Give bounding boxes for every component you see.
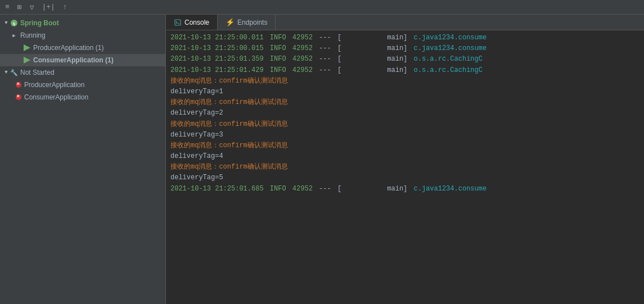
springboot-arrow: ▼: [2, 19, 10, 27]
not-started-label: Not Started: [20, 69, 55, 76]
sidebar-item-producer-not-started[interactable]: ProducerApplication: [0, 79, 165, 91]
log-line: deliveryTag=2: [170, 108, 640, 119]
running-icon-consumer: [24, 57, 30, 63]
log-bracket: [: [337, 43, 341, 54]
toolbar-icon-filter[interactable]: ▽: [28, 2, 36, 13]
console-tab-label: Console: [184, 19, 209, 26]
springboot-icon: S: [10, 19, 18, 27]
running-arrow: ▶: [10, 31, 18, 39]
running-icon-producer: [24, 44, 30, 51]
log-line: 2021-10-13 21:25:01.359 INFO 42952 --- […: [170, 54, 640, 65]
log-thread: main]: [343, 43, 407, 54]
log-msg-plain: deliveryTag=1: [170, 87, 223, 97]
log-msg-orange: 接收的mq消息：confirm确认测试消息: [170, 97, 288, 108]
log-pid: 42952: [292, 54, 313, 65]
log-class: o.s.a.rc.CachingC: [409, 65, 483, 76]
svg-text:S: S: [13, 21, 16, 26]
sidebar-item-consumer-not-started[interactable]: ConsumerApplication: [0, 91, 165, 103]
log-class: c.java1234.consume: [409, 33, 487, 43]
wrench-icon: 🔧: [10, 69, 18, 76]
log-class: o.s.a.rc.CachingC: [409, 54, 483, 65]
toolbar-icon-grid[interactable]: ⊞: [16, 2, 24, 13]
console-output[interactable]: 2021-10-13 21:25:00.011 INFO 42952 --- […: [166, 30, 644, 304]
sidebar-item-consumer-running[interactable]: ConsumerApplication (1): [0, 54, 165, 66]
log-sep: ---: [315, 54, 335, 65]
log-thread: main]: [343, 184, 407, 194]
console-area: Console ⚡ Endpoints 2021-10-13 21:25:00.…: [166, 15, 644, 304]
log-msg-plain: deliveryTag=4: [170, 151, 223, 162]
tab-endpoints[interactable]: ⚡ Endpoints: [218, 15, 276, 30]
log-sep: ---: [315, 33, 335, 43]
error-badge-producer: [16, 82, 21, 88]
producer-running-label: ProducerApplication (1): [33, 44, 103, 52]
log-msg-plain: deliveryTag=3: [170, 130, 223, 140]
toolbar-icon-step[interactable]: |+|: [40, 2, 56, 12]
log-line: deliveryTag=1: [170, 87, 640, 97]
log-msg-orange: 接收的mq消息：confirm确认测试消息: [170, 76, 288, 87]
sidebar-springboot-header[interactable]: ▼ S Spring Boot: [0, 17, 165, 29]
producer-not-started-label: ProducerApplication: [24, 81, 84, 89]
log-level: INFO: [266, 184, 290, 194]
log-pid: 42952: [292, 184, 313, 194]
log-timestamp: 2021-10-13 21:25:01.359: [170, 54, 264, 65]
log-class: c.java1234.consume: [409, 43, 487, 54]
log-msg-plain: deliveryTag=5: [170, 173, 223, 183]
running-label: Running: [20, 31, 46, 39]
log-line: 2021-10-13 21:25:00.015 INFO 42952 --- […: [170, 43, 640, 54]
consumer-running-label: ConsumerApplication (1): [33, 56, 114, 64]
log-line: deliveryTag=5: [170, 173, 640, 183]
consumer-not-started-label: ConsumerApplication: [24, 93, 88, 101]
log-sep: ---: [315, 43, 335, 54]
log-msg-orange: 接收的mq消息：confirm确认测试消息: [170, 119, 288, 130]
sidebar-not-started-header[interactable]: ▼ 🔧 Not Started: [0, 66, 165, 79]
log-sep: ---: [315, 65, 335, 76]
log-bracket: [: [337, 65, 341, 76]
log-timestamp: 2021-10-13 21:25:00.015: [170, 43, 264, 54]
log-pid: 42952: [292, 43, 313, 54]
not-started-arrow: ▼: [2, 69, 10, 76]
log-level: INFO: [266, 33, 290, 43]
log-level: INFO: [266, 43, 290, 54]
sidebar: ▼ S Spring Boot ▶ Running ProducerApplic…: [0, 15, 166, 304]
log-line: 接收的mq消息：confirm确认测试消息: [170, 97, 640, 108]
log-level: INFO: [266, 54, 290, 65]
endpoints-icon: ⚡: [226, 18, 235, 26]
error-badge-consumer: [16, 94, 21, 100]
log-thread: main]: [343, 54, 407, 65]
log-line: 接收的mq消息：confirm确认测试消息: [170, 140, 640, 151]
log-timestamp: 2021-10-13 21:25:01.685: [170, 184, 264, 194]
log-timestamp: 2021-10-13 21:25:01.429: [170, 65, 264, 76]
tab-console[interactable]: Console: [166, 15, 218, 30]
toolbar-icon-menu[interactable]: ≡: [3, 2, 11, 12]
log-thread: main]: [343, 65, 407, 76]
log-level: INFO: [266, 65, 290, 76]
log-timestamp: 2021-10-13 21:25:00.011: [170, 33, 264, 43]
log-class: c.java1234.consume: [409, 184, 487, 194]
svg-rect-2: [175, 20, 181, 25]
log-line: 2021-10-13 21:25:01.685 INFO 42952 --- […: [170, 184, 640, 194]
springboot-label: Spring Boot: [20, 19, 59, 27]
log-line: deliveryTag=4: [170, 151, 640, 162]
console-icon: [174, 19, 182, 26]
sidebar-item-producer-running[interactable]: ProducerApplication (1): [0, 42, 165, 54]
log-bracket: [: [337, 33, 341, 43]
log-msg-orange: 接收的mq消息：confirm确认测试消息: [170, 140, 288, 151]
log-pid: 42952: [292, 33, 313, 43]
log-line: 接收的mq消息：confirm确认测试消息: [170, 162, 640, 173]
log-line: 接收的mq消息：confirm确认测试消息: [170, 119, 640, 130]
console-tabs: Console ⚡ Endpoints: [166, 15, 644, 30]
log-thread: main]: [343, 33, 407, 43]
log-bracket: [: [337, 184, 341, 194]
log-msg-plain: deliveryTag=2: [170, 108, 223, 119]
log-pid: 42952: [292, 65, 313, 76]
log-line: 2021-10-13 21:25:01.429 INFO 42952 --- […: [170, 65, 640, 76]
log-msg-orange: 接收的mq消息：confirm确认测试消息: [170, 162, 288, 173]
log-line: deliveryTag=3: [170, 130, 640, 140]
toolbar-icon-up[interactable]: ↑: [61, 2, 69, 12]
log-line: 接收的mq消息：confirm确认测试消息: [170, 76, 640, 87]
log-sep: ---: [315, 184, 335, 194]
endpoints-tab-label: Endpoints: [237, 19, 267, 26]
sidebar-running-header[interactable]: ▶ Running: [0, 29, 165, 42]
log-bracket: [: [337, 54, 341, 65]
log-line: 2021-10-13 21:25:00.011 INFO 42952 --- […: [170, 33, 640, 43]
